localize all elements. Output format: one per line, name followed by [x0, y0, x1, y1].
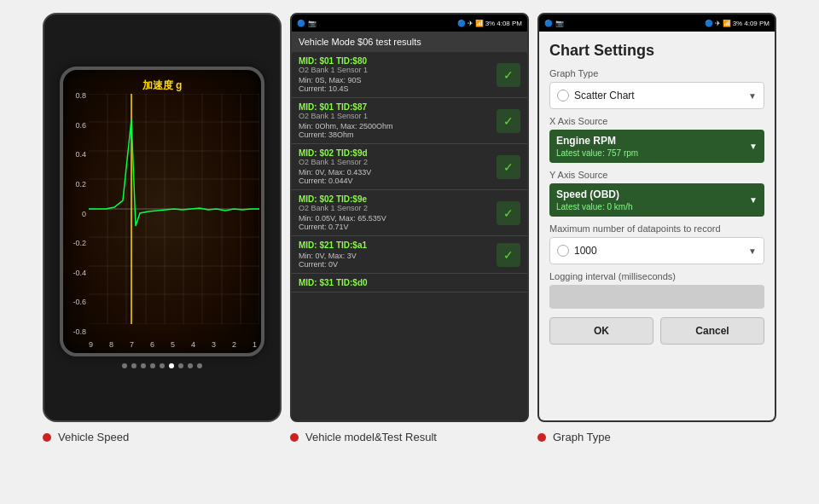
label3-dot — [537, 433, 546, 442]
graph-type-value: Scatter Chart — [574, 90, 635, 101]
status-bar-3: 🔵 📷 🔵 ✈ 📶 3% 4:09 PM — [539, 14, 775, 32]
x-axis-label: X Axis Source — [549, 116, 764, 126]
max-datapoints-value: 1000 — [574, 245, 597, 257]
result-mid-4: MID: $02 TID:$9e — [299, 194, 492, 204]
label3-text: Graph Type — [553, 431, 611, 443]
chart-settings-content: Chart Settings Graph Type Scatter Chart … — [539, 32, 775, 420]
status-right: 🔵 ✈ 📶 3% 4:08 PM — [457, 20, 522, 27]
y-axis-labels: 0.8 0.6 0.4 0.2 0 -0.2 -0.4 -0.6 -0.8 — [67, 91, 86, 336]
result-sensor-3: O2 Bank 1 Sensor 2 — [299, 158, 492, 166]
x-axis-source-box[interactable]: Engine RPM Latest value: 757 rpm ▼ — [549, 130, 764, 163]
phone2-content[interactable]: MID: $01 TID:$80 O2 Bank 1 Sensor 1 Min:… — [292, 52, 527, 420]
max-datapoints-label: Maximum number of datapoints to record — [549, 223, 764, 234]
result-item-2: MID: $01 TID:$87 O2 Bank 1 Sensor 1 Min:… — [292, 98, 527, 144]
result-mid-1: MID: $01 TID:$80 — [299, 56, 492, 66]
x-axis-value: Engine RPM — [556, 135, 638, 147]
graph-type-dropdown[interactable]: Scatter Chart ▼ — [549, 82, 764, 109]
label3-container: Graph Type — [537, 431, 776, 443]
graph-type-radio[interactable] — [557, 90, 569, 101]
dot-2[interactable] — [131, 363, 136, 368]
y-label-neg0.4: -0.4 — [67, 269, 86, 277]
dot-7[interactable] — [178, 363, 183, 368]
bottom-labels: Vehicle Speed Vehicle model&Test Result … — [0, 422, 819, 443]
dialog-buttons: OK Cancel — [549, 317, 764, 345]
graph-type-label: Graph Type — [549, 68, 764, 78]
ok-button[interactable]: OK — [549, 317, 653, 345]
max-datapoints-radio[interactable] — [557, 245, 569, 257]
chart-settings-title: Chart Settings — [549, 42, 764, 60]
status-left: 🔵 📷 — [297, 20, 317, 27]
page-dots — [122, 363, 202, 368]
dot-5[interactable] — [160, 363, 165, 368]
graph-type-arrow-icon: ▼ — [748, 91, 757, 101]
graph-svg — [89, 94, 259, 324]
logging-slider[interactable] — [549, 285, 764, 309]
result-text-5: MID: $21 TID:$a1 Min: 0V, Max: 3V Curren… — [299, 240, 492, 269]
ok-check-2[interactable]: ✓ — [497, 109, 520, 133]
dot-6[interactable] — [169, 363, 174, 368]
phone2-header: Vehicle Mode $06 test results — [292, 32, 527, 52]
phone3: 🔵 📷 🔵 ✈ 📶 3% 4:09 PM Chart Settings Grap… — [537, 13, 776, 422]
dot-4[interactable] — [150, 363, 155, 368]
panel1-container: 加速度 g 0.8 0.6 0.4 0.2 0 -0.2 -0.4 -0.6 -… — [43, 13, 282, 422]
result-mid-3: MID: $02 TID:$9d — [299, 148, 492, 158]
result-sensor-2: O2 Bank 1 Sensor 1 — [299, 112, 492, 120]
y-label-0.6: 0.6 — [67, 121, 86, 130]
result-text-4: MID: $02 TID:$9e O2 Bank 1 Sensor 2 Min:… — [299, 194, 492, 231]
x-axis-labels: 9 8 7 6 5 4 3 2 1 — [89, 340, 257, 349]
ok-check-1[interactable]: ✓ — [497, 63, 520, 87]
ok-check-3[interactable]: ✓ — [497, 155, 520, 179]
result-item-3: MID: $02 TID:$9d O2 Bank 1 Sensor 2 Min:… — [292, 144, 527, 190]
ok-check-4[interactable]: ✓ — [497, 201, 520, 225]
result-sensor-1: O2 Bank 1 Sensor 1 — [299, 66, 492, 74]
dot-1[interactable] — [122, 363, 127, 368]
label2-container: Vehicle model&Test Result — [290, 431, 529, 443]
dot-3[interactable] — [141, 363, 146, 368]
y-axis-source-box[interactable]: Speed (OBD) Latest value: 0 km/h ▼ — [549, 183, 764, 217]
result-values-1: Min: 0S, Max: 90S Current: 10.4S — [299, 76, 492, 93]
logging-label: Logging interval (milliseconds) — [549, 271, 764, 281]
result-sensor-4: O2 Bank 1 Sensor 2 — [299, 204, 492, 212]
graph-widget: 加速度 g 0.8 0.6 0.4 0.2 0 -0.2 -0.4 -0.6 -… — [60, 67, 264, 356]
max-datapoints-dropdown[interactable]: 1000 ▼ — [549, 237, 764, 264]
status-bar-2: 🔵 📷 🔵 ✈ 📶 3% 4:08 PM — [292, 14, 527, 32]
y-label-0.2: 0.2 — [67, 180, 86, 188]
x-axis-sub: Latest value: 757 rpm — [556, 148, 638, 158]
panel2-container: 🔵 📷 🔵 ✈ 📶 3% 4:08 PM Vehicle Mode $06 te… — [290, 13, 529, 422]
y-axis-arrow-icon: ▼ — [749, 195, 758, 205]
result-mid-6: MID: $31 TID:$d0 — [299, 278, 520, 287]
y-axis-label: Y Axis Source — [549, 170, 764, 180]
dot-9[interactable] — [197, 363, 202, 368]
phone2: 🔵 📷 🔵 ✈ 📶 3% 4:08 PM Vehicle Mode $06 te… — [290, 13, 529, 422]
y-label-neg0.6: -0.6 — [67, 298, 86, 306]
y-label-0.8: 0.8 — [67, 91, 86, 100]
x-axis-arrow-icon: ▼ — [749, 142, 758, 151]
y-label-neg0.8: -0.8 — [67, 327, 86, 336]
y-label-0: 0 — [67, 210, 86, 218]
result-item-6: MID: $31 TID:$d0 — [292, 274, 527, 293]
phone1: 加速度 g 0.8 0.6 0.4 0.2 0 -0.2 -0.4 -0.6 -… — [43, 13, 282, 422]
status3-left: 🔵 📷 — [544, 20, 564, 27]
label2-text: Vehicle model&Test Result — [305, 431, 437, 443]
x-axis-info: Engine RPM Latest value: 757 rpm — [556, 135, 638, 158]
ok-check-5[interactable]: ✓ — [497, 243, 520, 267]
result-values-3: Min: 0V, Max: 0.433V Current: 0.044V — [299, 168, 492, 185]
result-text-6: MID: $31 TID:$d0 — [299, 278, 520, 287]
y-axis-sub: Latest value: 0 km/h — [556, 202, 633, 211]
result-mid-2: MID: $01 TID:$87 — [299, 102, 492, 112]
graph-label: 加速度 g — [142, 78, 183, 93]
label1-dot — [43, 433, 51, 442]
panel3-container: 🔵 📷 🔵 ✈ 📶 3% 4:09 PM Chart Settings Grap… — [537, 13, 776, 422]
dot-8[interactable] — [188, 363, 193, 368]
result-text-2: MID: $01 TID:$87 O2 Bank 1 Sensor 1 Min:… — [299, 102, 492, 139]
y-axis-value: Speed (OBD) — [556, 188, 633, 200]
label2-dot — [290, 433, 299, 442]
label1-container: Vehicle Speed — [43, 431, 282, 443]
result-item-4: MID: $02 TID:$9e O2 Bank 1 Sensor 2 Min:… — [292, 190, 527, 236]
result-mid-5: MID: $21 TID:$a1 — [299, 240, 492, 250]
cancel-button[interactable]: Cancel — [660, 317, 764, 345]
label1-text: Vehicle Speed — [58, 431, 129, 443]
result-item-1: MID: $01 TID:$80 O2 Bank 1 Sensor 1 Min:… — [292, 52, 527, 98]
result-values-2: Min: 0Ohm, Max: 2500Ohm Current: 38Ohm — [299, 122, 492, 139]
y-axis-info: Speed (OBD) Latest value: 0 km/h — [556, 188, 633, 211]
